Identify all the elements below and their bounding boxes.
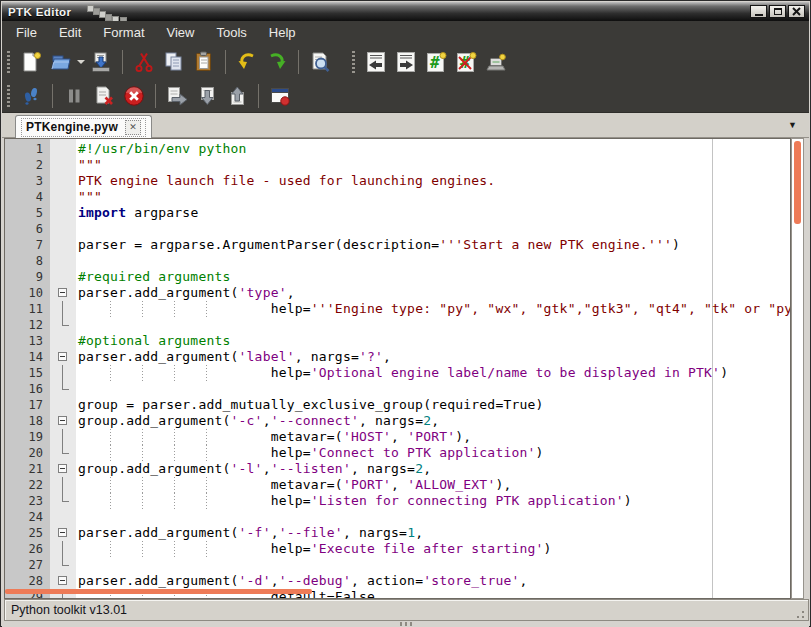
code-line[interactable]: 28parser.add_argument('-d','--debug', ac… <box>5 573 790 589</box>
toolbar-grip[interactable] <box>7 85 10 107</box>
code-text[interactable]: help='Listen for connecting PTK applicat… <box>76 493 790 509</box>
code-line[interactable]: 4""" <box>5 189 790 205</box>
code-line[interactable]: 16 <box>5 381 790 397</box>
toolbar-grip[interactable] <box>7 51 10 73</box>
code-line[interactable]: 1#!/usr/bin/env python <box>5 141 790 157</box>
code-line[interactable]: 25parser.add_argument('-f','--file', nar… <box>5 525 790 541</box>
new-file-button[interactable] <box>16 48 46 76</box>
step-out-button[interactable] <box>222 82 252 110</box>
code-text[interactable] <box>76 253 790 269</box>
code-line[interactable]: 11 help='''Engine type: "py", "wx", "gtk… <box>5 301 790 317</box>
code-line[interactable]: 27 <box>5 557 790 573</box>
menu-edit[interactable]: Edit <box>51 23 89 42</box>
fold-collapse-icon[interactable] <box>58 464 67 473</box>
code-line[interactable]: 18group.add_argument('-c','--connect', n… <box>5 413 790 429</box>
share-code-button[interactable] <box>481 48 511 76</box>
code-text[interactable]: help='Execute file after starting') <box>76 541 790 557</box>
code-line[interactable]: 21group.add_argument('-l','--listen', na… <box>5 461 790 477</box>
code-line[interactable]: 26 help='Execute file after starting') <box>5 541 790 557</box>
code-text[interactable]: help='Optional engine label/name to be d… <box>76 365 790 381</box>
title-bar[interactable]: PTK Editor <box>2 2 809 21</box>
fold-collapse-icon[interactable] <box>58 352 67 361</box>
code-editor[interactable]: 1#!/usr/bin/env python2"""3PTK engine la… <box>4 138 791 599</box>
end-process-button[interactable] <box>89 82 119 110</box>
code-text[interactable]: #required arguments <box>76 269 790 285</box>
code-text[interactable]: parser.add_argument('label', nargs='?', <box>76 349 790 365</box>
fold-margin-cell[interactable] <box>50 461 76 477</box>
tab-list-dropdown[interactable]: ▼ <box>788 120 797 130</box>
code-line[interactable]: 8 <box>5 253 790 269</box>
fold-collapse-icon[interactable] <box>58 288 67 297</box>
code-text[interactable]: import argparse <box>76 205 790 221</box>
undo-button[interactable] <box>232 48 262 76</box>
save-file-button[interactable] <box>86 48 116 76</box>
code-text[interactable]: #!/usr/bin/env python <box>76 141 790 157</box>
indent-button[interactable] <box>391 48 421 76</box>
code-text[interactable]: """ <box>76 157 790 173</box>
code-text[interactable]: group = parser.add_mutually_exclusive_gr… <box>76 397 790 413</box>
code-text[interactable]: group.add_argument('-l','--listen', narg… <box>76 461 790 477</box>
fold-collapse-icon[interactable] <box>58 416 67 425</box>
code-line[interactable]: 19 metavar=('HOST', 'PORT'), <box>5 429 790 445</box>
maximize-button[interactable] <box>769 5 786 18</box>
code-line[interactable]: 5import argparse <box>5 205 790 221</box>
fold-collapse-icon[interactable] <box>58 528 67 537</box>
code-line[interactable]: 2""" <box>5 157 790 173</box>
code-line[interactable]: 20 help='Connect to PTK application') <box>5 445 790 461</box>
copy-button[interactable] <box>159 48 189 76</box>
tab-close-button[interactable]: ✕ <box>125 120 141 135</box>
breakpoint-window-button[interactable] <box>265 82 295 110</box>
code-line[interactable]: 22 metavar=('PORT', 'ALLOW_EXT'), <box>5 477 790 493</box>
menu-help[interactable]: Help <box>261 23 304 42</box>
code-line[interactable]: 9#required arguments <box>5 269 790 285</box>
code-text[interactable] <box>76 317 790 333</box>
fold-margin-cell[interactable] <box>50 525 76 541</box>
fold-margin-cell[interactable] <box>50 285 76 301</box>
paste-button[interactable] <box>189 48 219 76</box>
tab-ptkengine[interactable]: PTKengine.pyw ✕ <box>15 115 152 138</box>
code-text[interactable]: metavar=('PORT', 'ALLOW_EXT'), <box>76 477 790 493</box>
cut-button[interactable] <box>129 48 159 76</box>
code-text[interactable]: help='''Engine type: "py", "wx", "gtk","… <box>76 301 790 317</box>
bottom-grip[interactable] <box>400 622 412 626</box>
code-line[interactable]: 17group = parser.add_mutually_exclusive_… <box>5 397 790 413</box>
uncomment-button[interactable]: # <box>451 48 481 76</box>
code-text[interactable]: parser = argparse.ArgumentParser(descrip… <box>76 237 790 253</box>
redo-button[interactable] <box>262 48 292 76</box>
fold-margin-cell[interactable] <box>50 413 76 429</box>
run-engine-button[interactable] <box>16 82 46 110</box>
code-line[interactable]: 24 <box>5 509 790 525</box>
code-text[interactable] <box>76 381 790 397</box>
code-line[interactable]: 6 <box>5 221 790 237</box>
fold-margin-cell[interactable] <box>50 573 76 589</box>
code-text[interactable]: parser.add_argument('-f','--file', nargs… <box>76 525 790 541</box>
find-button[interactable] <box>305 48 335 76</box>
vertical-scrollbar-thumb[interactable] <box>794 141 801 224</box>
open-dropdown-button[interactable] <box>76 48 86 76</box>
menu-tools[interactable]: Tools <box>208 23 254 42</box>
open-file-button[interactable] <box>46 48 76 76</box>
fold-margin-cell[interactable] <box>50 349 76 365</box>
code-line[interactable]: 13#optional arguments <box>5 333 790 349</box>
code-text[interactable]: help='Connect to PTK application') <box>76 445 790 461</box>
code-text[interactable]: """ <box>76 189 790 205</box>
code-text[interactable]: parser.add_argument('type', <box>76 285 790 301</box>
menu-view[interactable]: View <box>159 23 203 42</box>
menu-format[interactable]: Format <box>95 23 152 42</box>
toolbar-grip[interactable] <box>352 51 355 73</box>
code-line[interactable]: 12 <box>5 317 790 333</box>
code-text[interactable] <box>76 509 790 525</box>
code-text[interactable]: #optional arguments <box>76 333 790 349</box>
comment-button[interactable]: # <box>421 48 451 76</box>
code-text[interactable]: group.add_argument('-c','--connect', nar… <box>76 413 790 429</box>
pause-button[interactable] <box>59 82 89 110</box>
code-line[interactable]: 14parser.add_argument('label', nargs='?'… <box>5 349 790 365</box>
step-into-button[interactable] <box>192 82 222 110</box>
code-line[interactable]: 7parser = argparse.ArgumentParser(descri… <box>5 237 790 253</box>
vertical-scrollbar[interactable] <box>791 138 804 599</box>
horizontal-scrollbar-thumb[interactable] <box>5 589 312 594</box>
code-line[interactable]: 10parser.add_argument('type', <box>5 285 790 301</box>
code-text[interactable]: PTK engine launch file - used for launch… <box>76 173 790 189</box>
step-over-button[interactable] <box>162 82 192 110</box>
close-button[interactable] <box>788 5 805 18</box>
